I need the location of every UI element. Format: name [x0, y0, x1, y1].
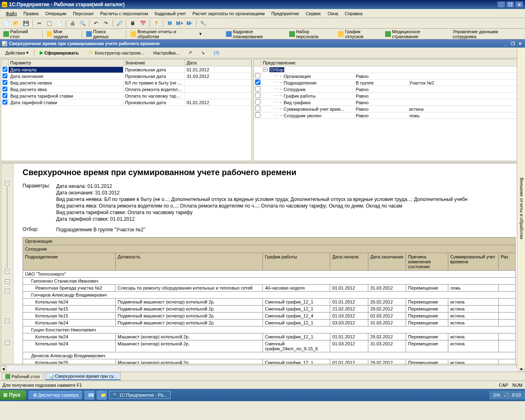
- param-row[interactable]: Дата начала Произвольная дата 01.01.2012: [1, 66, 251, 73]
- extreports-link[interactable]: Внешние отчеты и обработки▾: [129, 28, 203, 40]
- new-icon[interactable]: 📄: [2, 19, 11, 28]
- table-row-employee[interactable]: Гончаров Александр Владимирович: [23, 292, 516, 299]
- copy-icon[interactable]: 📋: [45, 19, 54, 28]
- param-row[interactable]: Вид расчета тарифной ставки Оплата по ча…: [1, 93, 251, 99]
- menu-file[interactable]: Файл: [2, 10, 20, 17]
- paste-icon[interactable]: 📄: [55, 19, 64, 28]
- task-1c[interactable]: 1c1С:Предприятие - Ра...: [109, 391, 171, 399]
- tab-desktop[interactable]: Рабочий стол: [2, 373, 43, 380]
- doc-minimize-button[interactable]: _: [502, 41, 509, 46]
- table-row-employee[interactable]: Денисов Александр Владимирович: [23, 352, 516, 359]
- task-servermgr[interactable]: 🖥Диспетчер сервера: [29, 391, 82, 399]
- settings-button[interactable]: Настройки...: [150, 49, 183, 57]
- param-checkbox[interactable]: [2, 93, 7, 98]
- filter-checkbox[interactable]: [255, 106, 260, 111]
- filter-root[interactable]: − Отбор: [254, 66, 524, 73]
- task-ql2[interactable]: 📁: [97, 391, 107, 399]
- hrplan-link[interactable]: Кадровое планирование: [224, 28, 285, 40]
- menu-hr[interactable]: Кадровый учет: [151, 10, 189, 17]
- empdata-link[interactable]: Управление данными сотрудника: [451, 28, 523, 40]
- recruit-link[interactable]: Набор персонала: [288, 28, 334, 40]
- col-date[interactable]: Дата: [185, 59, 251, 66]
- param-row[interactable]: Вид расчета неявка БЛ по травме в быту (…: [1, 80, 251, 86]
- table-row[interactable]: Котельная №15Подменный машинист (кочегар…: [23, 306, 516, 313]
- filter-row[interactable]: ⋯ − Сотрудник уволен Равно ложь: [254, 112, 524, 119]
- tab-document[interactable]: 📊Сверхурочное время при су...: [45, 372, 121, 380]
- tools-icon[interactable]: 🔧: [199, 19, 208, 28]
- system-tray[interactable]: EN 🔊 8:03: [489, 391, 525, 399]
- filter-checkbox[interactable]: [255, 86, 260, 91]
- table-row[interactable]: Котельная №24Подменный машинист (кочегар…: [23, 299, 516, 306]
- param-row[interactable]: Вид расчета явка Оплата ремонта водителя…: [1, 86, 251, 93]
- constructor-button[interactable]: ✨Конструктор настроек...: [84, 48, 148, 57]
- print-icon[interactable]: 🖨: [68, 19, 77, 28]
- expand-icon[interactable]: −: [5, 289, 9, 293]
- expand-icon[interactable]: −: [5, 340, 9, 345]
- filter-checkbox[interactable]: [255, 80, 260, 85]
- filter-checkbox[interactable]: [255, 99, 260, 105]
- horizontal-scrollbar[interactable]: ◀ ▶: [0, 365, 525, 372]
- menu-edit[interactable]: Правка: [20, 10, 42, 17]
- param-checkbox[interactable]: [2, 67, 7, 72]
- side-panel[interactable]: Внешние отчеты и обработки: [517, 48, 525, 368]
- calc-icon[interactable]: 🖩: [128, 19, 137, 28]
- menu-help[interactable]: Справка: [341, 10, 365, 17]
- lang-indicator[interactable]: EN: [493, 393, 500, 397]
- filter-row[interactable]: ⋯ − Вид графика Равно: [254, 99, 524, 106]
- table-row-employee[interactable]: Гущин Константин Николаевич: [23, 326, 516, 333]
- mplus-button[interactable]: M+: [175, 19, 184, 28]
- param-row[interactable]: Дата тарифной ставки Произвольная дата 0…: [1, 99, 251, 106]
- preview-icon[interactable]: 🔍: [78, 19, 87, 28]
- filter-row[interactable]: ⋯ − Сотрудник Равно: [254, 86, 524, 93]
- param-checkbox[interactable]: [2, 73, 7, 78]
- find-icon[interactable]: 🔎: [115, 19, 124, 28]
- table-row-employee[interactable]: Гапоненко Станислав Иванович: [23, 278, 516, 285]
- table-row[interactable]: Котельная №15Подменный машинист (кочегар…: [23, 313, 516, 320]
- filter-row[interactable]: ⋯ − Подразделение В группе Участок №2: [254, 80, 524, 86]
- undo-icon[interactable]: ↶: [91, 19, 100, 28]
- close-button[interactable]: ✕: [515, 1, 523, 8]
- col-param[interactable]: Параметр: [9, 59, 123, 66]
- filter-row[interactable]: ⋯ − График работы Равно: [254, 93, 524, 99]
- filter-checkbox[interactable]: [255, 93, 260, 98]
- vacation-link[interactable]: График отпусков: [336, 28, 381, 40]
- filter-row[interactable]: ⋯ − Организация Равно: [254, 73, 524, 80]
- report-area[interactable]: − − − − − − Сверхурочное время при сумми…: [1, 163, 524, 364]
- mytasks-link[interactable]: Мои задачи: [45, 28, 80, 40]
- tool1-button[interactable]: ↗: [185, 48, 196, 57]
- calendar-icon[interactable]: 📅: [138, 19, 147, 28]
- param-row[interactable]: Дата окончания Произвольная дата 31.03.2…: [1, 73, 251, 80]
- col-presentation[interactable]: Представление: [261, 59, 524, 66]
- save-icon[interactable]: 💾: [21, 19, 30, 28]
- table-row-org[interactable]: ОАО "Теплоэнерго": [23, 271, 516, 278]
- param-checkbox[interactable]: [2, 80, 7, 85]
- menu-windows[interactable]: Окна: [324, 10, 342, 17]
- desktop-link[interactable]: Рабочий стол: [2, 28, 40, 40]
- actions-button[interactable]: Действия ▾: [2, 48, 32, 57]
- table-row[interactable]: Котельная №24Машинист (кочегар) котельно…: [23, 333, 516, 340]
- redo-icon[interactable]: ↷: [101, 19, 110, 28]
- minimize-button[interactable]: _: [497, 1, 505, 8]
- expand-icon[interactable]: −: [5, 269, 9, 274]
- doc-close-button[interactable]: ✕: [517, 41, 523, 46]
- maximize-button[interactable]: ❐: [506, 1, 514, 8]
- start-button[interactable]: ⊞Пуск: [0, 390, 26, 400]
- param-checkbox[interactable]: [2, 100, 7, 105]
- expand-icon[interactable]: −: [5, 181, 9, 185]
- tray-icon[interactable]: 🔊: [503, 393, 509, 398]
- table-row[interactable]: Котельная №24Машинист (кочегар) котельно…: [23, 340, 516, 352]
- mminus-button[interactable]: M-: [185, 19, 194, 28]
- cut-icon[interactable]: ✂: [35, 19, 44, 28]
- col-value[interactable]: Значение: [123, 59, 185, 66]
- table-row[interactable]: Ремонтная бригада участка №2Слесарь по р…: [23, 285, 516, 292]
- param-checkbox[interactable]: [2, 87, 7, 91]
- menu-company[interactable]: Предприятие: [268, 10, 302, 17]
- task-ql1[interactable]: 📧: [84, 391, 94, 399]
- menu-service[interactable]: Сервис: [302, 10, 324, 17]
- table-row[interactable]: Котельная №24Подменный машинист (кочегар…: [23, 320, 516, 326]
- search-link[interactable]: Поиск данных: [84, 28, 123, 40]
- menu-payroll-calc[interactable]: Расчеты с персоналом: [97, 10, 151, 17]
- help-icon[interactable]: ?: [152, 19, 161, 28]
- scroll-left-icon[interactable]: ◀: [0, 365, 7, 372]
- collapse-icon[interactable]: −: [263, 68, 268, 71]
